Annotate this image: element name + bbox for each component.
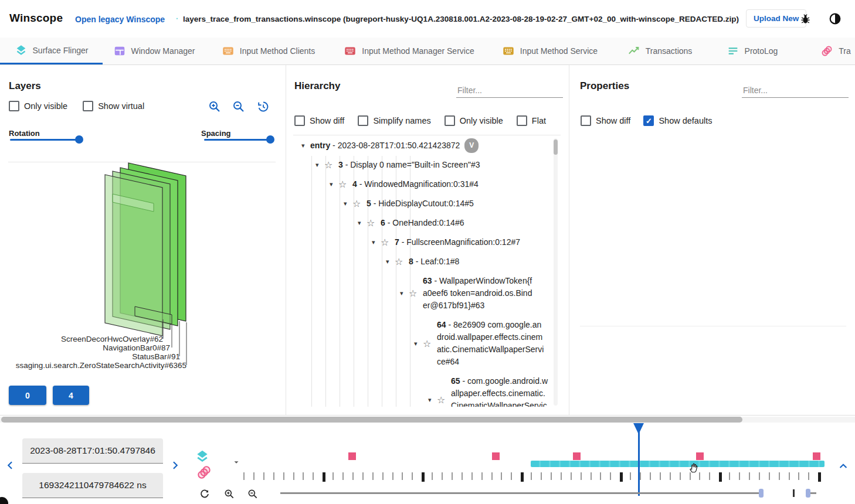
theme-toggle-icon[interactable] <box>828 12 842 26</box>
tree-node-8[interactable]: ▾☆8 - Leaf:0:1#8 <box>287 252 561 271</box>
tree-node-entry[interactable]: ▾entry - 2023-08-28T17:01:50.421423872V <box>287 136 561 155</box>
hierarchy-checkbox-flat[interactable]: Flat <box>517 115 546 126</box>
hierarchy-tree: ▾entry - 2023-08-28T17:01:50.421423872V▾… <box>287 136 561 407</box>
transition-event-marker[interactable] <box>813 452 820 460</box>
tab-label: Tra <box>839 46 850 56</box>
ruler-tick <box>571 472 572 480</box>
transitions-trace-icon[interactable] <box>196 464 212 481</box>
properties-checkbox-show-diff[interactable]: Show diff <box>581 115 630 126</box>
minimap-handle-right[interactable] <box>806 489 810 498</box>
properties-filter-input[interactable] <box>742 83 849 98</box>
collapse-arrow-icon[interactable]: ▾ <box>386 258 395 265</box>
collapse-arrow-icon[interactable]: ▾ <box>428 396 437 404</box>
star-icon[interactable]: ☆ <box>352 198 362 209</box>
timestamp-ns-input[interactable]: 1693242110479784622 ns <box>22 473 163 498</box>
star-icon[interactable]: ☆ <box>423 338 433 349</box>
ruler-tick <box>541 472 542 480</box>
collapse-arrow-icon[interactable]: ▾ <box>414 340 423 348</box>
layers-trace-icon[interactable] <box>195 449 210 464</box>
tree-node-3[interactable]: ▾☆3 - Display 0 name="Built-in Screen"#3 <box>287 155 561 175</box>
tree-node-6[interactable]: ▾☆6 - OneHanded:0:14#6 <box>287 213 561 233</box>
tab-transactions[interactable]: Transactions <box>613 38 707 64</box>
timeline-cursor-handle[interactable] <box>633 423 644 434</box>
timestamp-human-input[interactable]: 2023-08-28T17:01:50.4797846 <box>22 438 163 464</box>
collapse-arrow-icon[interactable]: ▾ <box>372 239 381 246</box>
collapse-arrow-icon[interactable]: ▾ <box>358 219 367 227</box>
checkbox-box[interactable]: ✓ <box>643 115 654 126</box>
tab-input-method-service[interactable]: Input Method Service <box>487 38 613 64</box>
hierarchy-checkbox-show-diff[interactable]: Show diff <box>294 115 344 126</box>
tree-node-4[interactable]: ▾☆4 - WindowedMagnification:0:31#4 <box>287 175 561 194</box>
star-icon[interactable]: ☆ <box>381 237 391 248</box>
ruler-tick <box>243 472 245 480</box>
tab-window-manager[interactable]: Window Manager <box>103 38 205 64</box>
transition-event-marker[interactable] <box>492 452 500 460</box>
ruler-tick <box>471 472 473 480</box>
ruler-tick <box>680 472 681 480</box>
panel-divider <box>569 65 569 415</box>
collapse-arrow-icon[interactable]: ▾ <box>315 161 324 169</box>
tree-node-63[interactable]: ▾☆63 - WallpaperWindowToken{fa0eef6 toke… <box>287 271 561 315</box>
display-4-button[interactable]: 4 <box>53 386 89 405</box>
checkbox-box[interactable] <box>294 115 305 126</box>
trace-coverage-band[interactable] <box>531 461 825 467</box>
collapse-arrow-icon[interactable]: ▾ <box>344 200 352 207</box>
collapse-arrow-icon[interactable]: ▾ <box>301 142 310 149</box>
collapse-arrow-icon[interactable]: ▾ <box>330 181 338 188</box>
tree-node-label: 4 - WindowedMagnification:0:31#4 <box>352 178 479 190</box>
hierarchy-checkbox-simplify-names[interactable]: Simplify names <box>358 115 430 126</box>
timeline-scroll-thumb[interactable] <box>1 417 742 423</box>
ruler-tick <box>650 472 651 480</box>
ruler-tick <box>462 472 463 480</box>
trace-selector-caret-icon[interactable] <box>232 458 240 466</box>
bug-icon[interactable] <box>799 13 812 25</box>
checkbox-box[interactable] <box>517 115 527 126</box>
next-entry-button[interactable] <box>169 459 181 471</box>
ruler-tick <box>362 472 364 480</box>
transition-event-marker[interactable] <box>573 452 581 460</box>
collapse-timeline-button[interactable] <box>837 461 849 472</box>
window-icon <box>113 45 126 57</box>
scrollbar-thumb[interactable] <box>554 139 558 155</box>
prev-entry-button[interactable] <box>5 459 16 471</box>
hierarchy-checkbox-only-visible[interactable]: Only visible <box>445 115 503 126</box>
star-icon[interactable]: ☆ <box>409 288 419 299</box>
tab-tra[interactable]: Tra <box>798 38 855 64</box>
star-icon[interactable]: ☆ <box>338 179 348 190</box>
checkbox-box[interactable] <box>358 115 368 126</box>
timeline-refresh-icon[interactable] <box>199 488 211 500</box>
display-0-button[interactable]: 0 <box>9 386 46 405</box>
ruler-tick <box>392 472 393 480</box>
collapse-arrow-icon[interactable]: ▾ <box>400 290 409 297</box>
star-icon[interactable]: ☆ <box>367 217 376 229</box>
upload-new-button[interactable]: Upload New <box>746 9 806 28</box>
tab-input-method-manager-service[interactable]: Input Method Manager Service <box>331 38 487 64</box>
tree-node-5[interactable]: ▾☆5 - HideDisplayCutout:0:14#5 <box>287 194 561 213</box>
tree-node-64[interactable]: ▾☆64 - 8e26909 com.google.android.wallpa… <box>287 315 561 372</box>
minimap-handle-left[interactable] <box>759 489 764 498</box>
ruler-tick <box>591 472 592 480</box>
timeline-zoom-in-icon[interactable] <box>223 488 235 500</box>
star-icon[interactable]: ☆ <box>395 256 405 267</box>
tab-input-method-clients[interactable]: Input Method Clients <box>205 38 331 64</box>
checkbox-box[interactable] <box>581 115 591 126</box>
hierarchy-scrollbar[interactable] <box>554 138 558 406</box>
properties-checkbox-show-defaults[interactable]: ✓Show defaults <box>643 115 712 126</box>
checkbox-box[interactable] <box>445 115 455 126</box>
hierarchy-filter-input[interactable] <box>456 83 563 98</box>
timeline-zoom-out-icon[interactable] <box>247 488 259 500</box>
tab-protolog[interactable]: ProtoLog <box>707 38 798 64</box>
open-legacy-link[interactable]: Open legacy Winscope <box>75 15 165 24</box>
tree-node-7[interactable]: ▾☆7 - FullscreenMagnification:0:12#7 <box>287 233 561 252</box>
checkbox-label: Show defaults <box>659 116 712 125</box>
ruler-tick <box>432 472 433 480</box>
minimap-track[interactable] <box>280 492 761 494</box>
transition-event-marker[interactable] <box>696 452 704 460</box>
tree-node-65[interactable]: ▾☆65 - com.google.android.wallpaper.effe… <box>287 372 561 407</box>
star-icon[interactable]: ☆ <box>324 159 334 171</box>
transition-event-marker[interactable] <box>348 452 356 460</box>
ruler-tick <box>749 472 750 480</box>
star-icon[interactable]: ☆ <box>437 394 447 406</box>
ruler-tick <box>293 472 294 480</box>
tab-surface-flinger[interactable]: Surface Flinger <box>0 38 103 64</box>
